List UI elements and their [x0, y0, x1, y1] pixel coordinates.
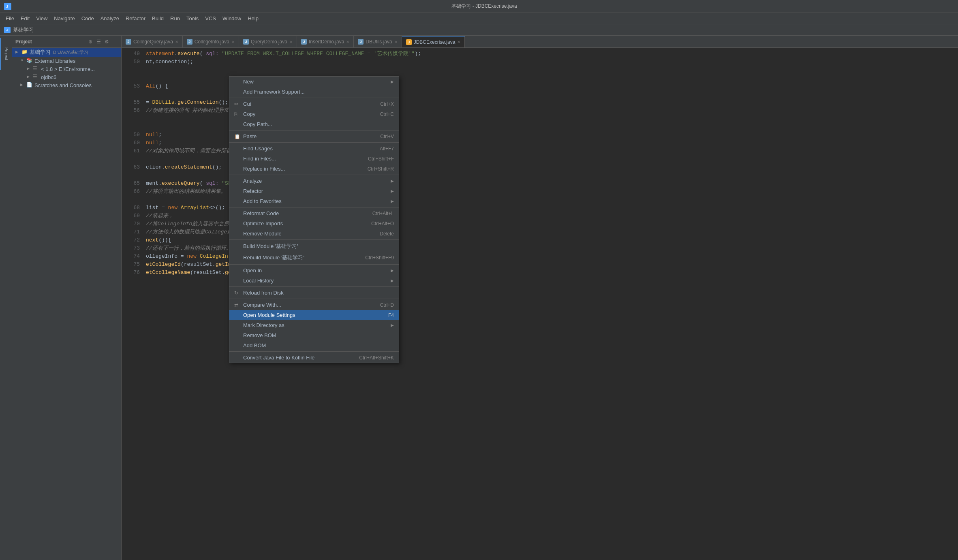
- ctx-local-history-label: Local History: [243, 278, 391, 284]
- menu-item-run[interactable]: Run: [167, 14, 183, 23]
- tab-bar: J CollegeQuery.java ✕ J CollegeInfo.java…: [122, 36, 958, 48]
- panel-icon-scope[interactable]: ⊕: [87, 38, 94, 45]
- tab-close-insert-demo[interactable]: ✕: [346, 40, 349, 44]
- ctx-replace-in-files[interactable]: Replace in Files... Ctrl+Shift+R: [229, 164, 399, 174]
- ctx-reload-from-disk[interactable]: ↻ Reload from Disk: [229, 288, 399, 298]
- menu-item-view[interactable]: View: [33, 14, 51, 23]
- ctx-replace-in-files-label: Replace in Files...: [243, 166, 359, 172]
- tab-college-query[interactable]: J CollegeQuery.java ✕: [122, 36, 183, 47]
- ctx-build-module[interactable]: Build Module '基础学习': [229, 241, 399, 252]
- ctx-add-to-favorites[interactable]: Add to Favorites ▶: [229, 196, 399, 206]
- tab-icon-insert-demo: J: [301, 39, 307, 45]
- panel-icon-minimize[interactable]: —: [111, 38, 118, 45]
- ctx-optimize-shortcut: Ctrl+Alt+O: [371, 221, 394, 227]
- menu-item-window[interactable]: Window: [219, 14, 244, 23]
- tree-item-scratches[interactable]: ▶ 📄 Scratches and Consoles: [12, 81, 121, 89]
- tab-query-demo[interactable]: J QueryDemo.java ✕: [239, 36, 297, 47]
- ctx-rebuild-module[interactable]: Rebuild Module '基础学习' Ctrl+Shift+F9: [229, 252, 399, 263]
- ctx-copy-path[interactable]: Copy Path...: [229, 119, 399, 129]
- ctx-sep-5: [229, 207, 399, 207]
- ctx-add-bom[interactable]: Add BOM: [229, 340, 399, 351]
- ctx-mark-dir-label: Mark Directory as: [243, 322, 391, 328]
- menu-item-refactor[interactable]: Refactor: [122, 14, 149, 23]
- ctx-analyze-label: Analyze: [243, 178, 391, 184]
- menu-item-analyze[interactable]: Analyze: [97, 14, 122, 23]
- ctx-analyze-arrow: ▶: [391, 179, 394, 183]
- main-layout: Project Project ⊕ ☰ ⚙ — ▶ 📁 基础学习 D:\JAVA…: [0, 36, 958, 560]
- ctx-paste-icon: 📋: [234, 134, 241, 139]
- code-line-50: 50 nt,connection);: [122, 58, 958, 66]
- sidebar-tab-project[interactable]: Project: [0, 38, 12, 70]
- ctx-compare-icon: ⇄: [234, 302, 241, 308]
- ctx-replace-in-files-shortcut: Ctrl+Shift+R: [368, 166, 394, 172]
- ctx-refactor[interactable]: Refactor ▶: [229, 186, 399, 196]
- menu-item-file[interactable]: File: [2, 14, 17, 23]
- ctx-local-history[interactable]: Local History ▶: [229, 276, 399, 286]
- tree-item-root[interactable]: ▶ 📁 基础学习 D:\JAVA\基础学习: [12, 48, 121, 57]
- project-panel: Project ⊕ ☰ ⚙ — ▶ 📁 基础学习 D:\JAVA\基础学习 ▼ …: [12, 36, 122, 560]
- editor-area: J CollegeQuery.java ✕ J CollegeInfo.java…: [122, 36, 958, 560]
- ctx-add-bom-label: Add BOM: [243, 342, 394, 348]
- ctx-reformat-code[interactable]: Reformat Code Ctrl+Alt+L: [229, 208, 399, 218]
- ctx-sep-4: [229, 175, 399, 175]
- ctx-new[interactable]: New ▶: [229, 77, 399, 87]
- menu-item-navigate[interactable]: Navigate: [51, 14, 78, 23]
- menu-item-vcs[interactable]: VCS: [202, 14, 219, 23]
- tree-item-ext-libs[interactable]: ▼ 📚 External Libraries: [12, 57, 121, 65]
- tab-label-query-demo: QueryDemo.java: [251, 39, 287, 45]
- tab-close-query-demo[interactable]: ✕: [289, 40, 293, 44]
- ctx-find-in-files[interactable]: Find in Files... Ctrl+Shift+F: [229, 154, 399, 164]
- tree-label-scratches: Scratches and Consoles: [34, 82, 92, 88]
- ctx-optimize-imports[interactable]: Optimize Imports Ctrl+Alt+O: [229, 218, 399, 229]
- tab-close-dbutils[interactable]: ✕: [394, 40, 398, 44]
- tab-label-college-info: CollegeInfo.java: [195, 39, 229, 45]
- ctx-copy-label: Copy: [243, 111, 372, 117]
- menu-item-code[interactable]: Code: [78, 14, 97, 23]
- window-title: 基础学习 - JDBCExecrise.java: [451, 3, 517, 10]
- project-panel-header: Project ⊕ ☰ ⚙ —: [12, 36, 121, 48]
- ctx-kotlin-label: Convert Java File to Kotlin File: [243, 355, 351, 361]
- ctx-sep-9: [229, 299, 399, 299]
- folder-icon-root: 📁: [21, 49, 28, 56]
- menu-item-tools[interactable]: Tools: [183, 14, 202, 23]
- ctx-add-favorites-label: Add to Favorites: [243, 198, 391, 204]
- ctx-remove-bom[interactable]: Remove BOM: [229, 330, 399, 340]
- ctx-copy[interactable]: ⎘ Copy Ctrl+C: [229, 109, 399, 119]
- ctx-remove-module[interactable]: Remove Module Delete: [229, 229, 399, 239]
- ctx-compare-with[interactable]: ⇄ Compare With... Ctrl+D: [229, 300, 399, 310]
- ctx-optimize-label: Optimize Imports: [243, 220, 363, 227]
- ctx-sep-1: [229, 98, 399, 98]
- tab-close-jdbc-execrise[interactable]: ✕: [457, 40, 460, 44]
- ctx-cut[interactable]: ✂ Cut Ctrl+X: [229, 99, 399, 109]
- ctx-add-framework[interactable]: Add Framework Support...: [229, 87, 399, 97]
- ctx-open-module-settings[interactable]: Open Module Settings F4: [229, 310, 399, 320]
- tab-close-college-query[interactable]: ✕: [175, 40, 178, 44]
- panel-icon-settings[interactable]: ⚙: [103, 38, 110, 45]
- context-menu: New ▶ Add Framework Support... ✂ Cut Ctr…: [229, 76, 399, 363]
- ctx-mark-directory[interactable]: Mark Directory as ▶: [229, 320, 399, 330]
- tab-jdbc-execrise[interactable]: J JDBCExecrise.java ✕: [402, 36, 465, 47]
- title-bar: J 基础学习 - JDBCExecrise.java: [0, 0, 958, 13]
- tab-college-info[interactable]: J CollegeInfo.java ✕: [183, 36, 239, 47]
- ctx-analyze[interactable]: Analyze ▶: [229, 176, 399, 186]
- ctx-find-usages[interactable]: Find Usages Alt+F7: [229, 143, 399, 154]
- ctx-reload-icon: ↻: [234, 290, 241, 296]
- ctx-rebuild-label: Rebuild Module '基础学习': [243, 254, 357, 261]
- tab-insert-demo[interactable]: J InsertDemo.java ✕: [297, 36, 354, 47]
- menu-item-build[interactable]: Build: [149, 14, 167, 23]
- ctx-open-in[interactable]: Open In ▶: [229, 265, 399, 276]
- ctx-new-arrow: ▶: [391, 79, 394, 84]
- ojdbc-icon: ☰: [33, 74, 39, 80]
- ctx-remove-bom-label: Remove BOM: [243, 332, 394, 338]
- tree-item-jre[interactable]: ▶ ☰ < 1.8 > E:\Environme...: [12, 65, 121, 73]
- ctx-convert-kotlin[interactable]: Convert Java File to Kotlin File Ctrl+Al…: [229, 353, 399, 363]
- menu-item-edit[interactable]: Edit: [17, 14, 33, 23]
- tab-close-college-info[interactable]: ✕: [231, 40, 235, 44]
- ctx-compare-shortcut: Ctrl+D: [380, 302, 394, 308]
- ctx-paste[interactable]: 📋 Paste Ctrl+V: [229, 131, 399, 141]
- tree-arrow-jre: ▶: [27, 66, 32, 71]
- panel-icon-layout[interactable]: ☰: [95, 38, 102, 45]
- menu-item-help[interactable]: Help: [244, 14, 262, 23]
- tree-item-ojdbc[interactable]: ▶ ☰ ojdbc6: [12, 73, 121, 81]
- tab-dbutils[interactable]: J DBUtils.java ✕: [354, 36, 402, 47]
